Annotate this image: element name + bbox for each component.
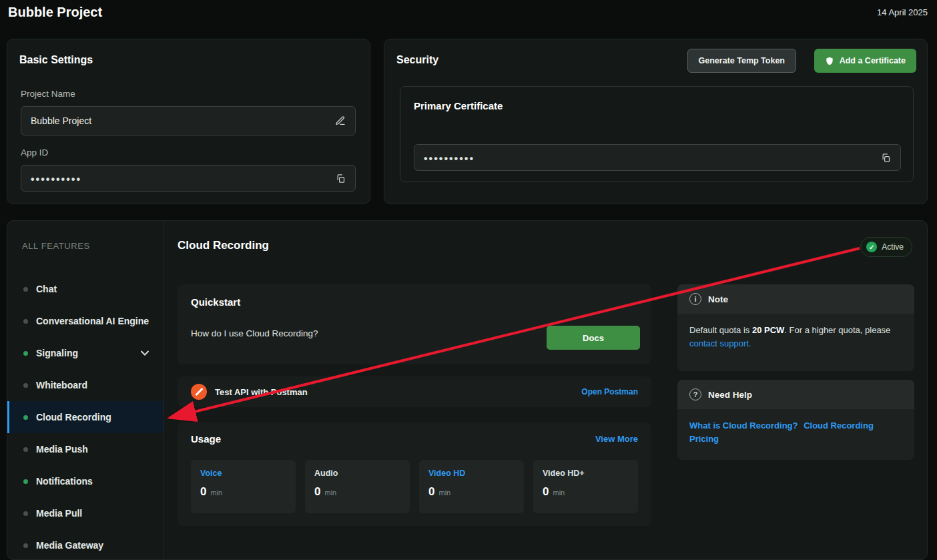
sidebar-title: ALL FEATURES xyxy=(22,241,90,251)
sidebar-item-whiteboard[interactable]: Whiteboard xyxy=(7,369,164,401)
security-title: Security xyxy=(396,54,438,66)
usage-title: Usage xyxy=(191,433,221,445)
sidebar-item-chat[interactable]: Chat xyxy=(7,273,164,305)
shield-icon xyxy=(825,56,834,66)
sidebar-item-signaling[interactable]: Signaling xyxy=(7,337,164,369)
usage-tile-label: Video HD+ xyxy=(543,469,629,478)
security-card: Security Generate Temp Token Add a Certi… xyxy=(384,39,928,204)
usage-tile-video-hd: Video HD 0 min xyxy=(419,460,524,513)
feature-status-dot xyxy=(23,351,28,356)
basic-settings-title: Basic Settings xyxy=(19,54,93,66)
feature-status-dot xyxy=(23,383,28,388)
project-name-label: Project Name xyxy=(21,89,75,99)
note-header: i Note xyxy=(677,284,914,314)
edit-icon[interactable] xyxy=(335,115,346,126)
usage-tile-label: Voice xyxy=(200,469,286,478)
project-name-input[interactable]: Bubble Project xyxy=(21,106,356,135)
topbar: Bubble Project 14 April 2025 xyxy=(0,0,937,28)
sidebar-item-label: Media Gateway xyxy=(36,540,103,551)
add-certificate-button[interactable]: Add a Certificate xyxy=(814,49,916,73)
usage-tile-unit: min xyxy=(324,489,336,497)
active-status-badge: ✓ Active xyxy=(860,237,912,257)
feature-status-dot xyxy=(23,287,28,292)
sidebar-item-label: Signaling xyxy=(36,348,78,358)
usage-tile-video-hd-plus: Video HD+ 0 min xyxy=(533,460,638,513)
sidebar-item-label: Conversational AI Engine xyxy=(36,316,149,326)
date-label: 14 April 2025 xyxy=(877,7,928,17)
add-certificate-label: Add a Certificate xyxy=(840,56,906,65)
sidebar-item-notifications[interactable]: Notifications xyxy=(7,465,164,497)
usage-tile-audio: Audio 0 min xyxy=(305,460,410,513)
usage-tile-value: 0 xyxy=(428,485,434,499)
primary-certificate-title: Primary Certificate xyxy=(414,100,503,111)
sidebar-item-label: Chat xyxy=(36,284,57,294)
feature-status-dot xyxy=(23,415,28,420)
primary-certificate-field[interactable]: •••••••••• xyxy=(414,144,901,171)
features-card: ALL FEATURES Chat Conversational AI Engi… xyxy=(7,220,928,560)
note-body: Default quota is 20 PCW. For a higher qu… xyxy=(677,314,914,360)
sidebar-item-label: Media Pull xyxy=(36,508,82,519)
usage-tile-unit: min xyxy=(438,489,450,497)
copy-icon[interactable] xyxy=(336,174,346,184)
sidebar-items: Chat Conversational AI Engine Signaling … xyxy=(7,273,164,560)
quickstart-panel: Quickstart How do I use Cloud Recording?… xyxy=(178,284,651,364)
sidebar-item-label: Whiteboard xyxy=(36,380,87,390)
view-more-link[interactable]: View More xyxy=(595,434,638,444)
usage-tile-value: 0 xyxy=(543,485,549,499)
note-text: . For a higher quota, please xyxy=(784,325,890,335)
usage-tile-label: Video HD xyxy=(428,469,515,478)
app-id-label: App ID xyxy=(21,148,48,158)
note-text: Default quota is xyxy=(689,325,752,335)
note-quota: 20 PCW xyxy=(752,325,784,335)
postman-icon xyxy=(191,384,207,400)
feature-title: Cloud Recording xyxy=(178,239,269,252)
feature-status-dot xyxy=(23,319,28,324)
check-circle-icon: ✓ xyxy=(866,242,877,252)
sidebar-item-label: Cloud Recording xyxy=(36,412,111,423)
sidebar-item-cloud-recording[interactable]: Cloud Recording xyxy=(7,401,164,433)
primary-certificate-value: •••••••••• xyxy=(424,154,475,164)
need-help-body: What is Cloud Recording? Cloud Recording… xyxy=(677,409,914,456)
sidebar-item-conversational-ai-engine[interactable]: Conversational AI Engine xyxy=(7,305,164,337)
primary-certificate-panel: Primary Certificate •••••••••• xyxy=(400,86,914,182)
copy-icon[interactable] xyxy=(881,153,891,163)
usage-tile-value: 0 xyxy=(314,485,320,499)
features-sidebar: ALL FEATURES Chat Conversational AI Engi… xyxy=(7,221,164,559)
feature-status-dot xyxy=(23,511,28,516)
usage-tile-unit: min xyxy=(553,489,565,497)
question-icon: ? xyxy=(689,388,701,400)
quickstart-title: Quickstart xyxy=(191,296,240,308)
sidebar-item-media-gateway[interactable]: Media Gateway xyxy=(7,529,164,560)
note-title: Note xyxy=(708,294,728,304)
sidebar-item-label: Media Push xyxy=(36,444,88,455)
postman-row: Test API with Postman Open Postman xyxy=(178,376,651,407)
project-name-value: Bubble Project xyxy=(31,115,91,126)
docs-button[interactable]: Docs xyxy=(547,326,640,350)
usage-panel: Usage View More Voice 0 min Audio 0 min xyxy=(178,423,651,526)
contact-support-link[interactable]: contact support. xyxy=(689,338,751,348)
need-help-header: ? Need Help xyxy=(677,380,914,409)
open-postman-link[interactable]: Open Postman xyxy=(581,387,638,396)
app-id-value: •••••••••• xyxy=(31,174,81,185)
feature-status-dot xyxy=(23,479,28,484)
chevron-down-icon[interactable] xyxy=(141,350,149,356)
what-is-cloud-recording-link[interactable]: What is Cloud Recording? xyxy=(689,421,798,431)
status-badge-label: Active xyxy=(882,242,904,252)
sidebar-item-media-pull[interactable]: Media Pull xyxy=(7,497,164,529)
generate-temp-token-button[interactable]: Generate Temp Token xyxy=(687,49,796,73)
usage-tile-unit: min xyxy=(210,489,222,497)
page-title: Bubble Project xyxy=(8,5,102,20)
usage-tile-voice: Voice 0 min xyxy=(191,460,296,513)
postman-label: Test API with Postman xyxy=(215,387,308,397)
quickstart-question: How do I use Cloud Recording? xyxy=(191,328,318,338)
feature-status-dot xyxy=(23,543,28,548)
usage-tile-label: Audio xyxy=(314,469,400,478)
app-id-field[interactable]: •••••••••• xyxy=(21,165,356,192)
need-help-title: Need Help xyxy=(708,390,752,400)
sidebar-item-media-push[interactable]: Media Push xyxy=(7,433,164,465)
sidebar-item-label: Notifications xyxy=(36,476,93,487)
feature-main-content: Cloud Recording ✓ Active Quickstart How … xyxy=(164,221,927,559)
feature-status-dot xyxy=(23,447,28,452)
usage-tile-value: 0 xyxy=(200,485,206,499)
usage-tiles: Voice 0 min Audio 0 min Video HD xyxy=(191,460,638,513)
